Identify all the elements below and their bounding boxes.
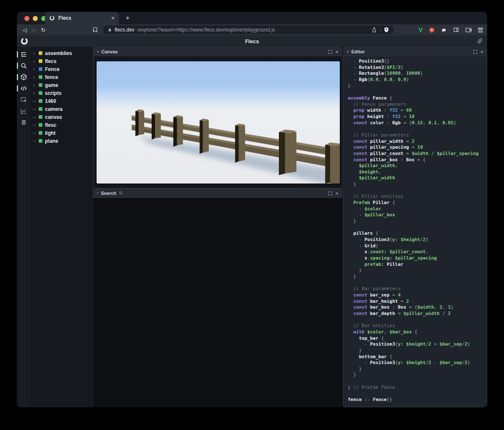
new-tab-button[interactable]: +: [123, 13, 133, 23]
expand-chevron-icon[interactable]: ›: [33, 58, 39, 64]
code-line: - Rgb{0.9, 0.9, 0.9}: [348, 77, 487, 83]
editor-panel-body[interactable]: - Position3{} - Rotation3{$PI/2} - Recta…: [343, 56, 487, 407]
minimize-window-button[interactable]: [33, 16, 38, 21]
scene-cube-icon[interactable]: [17, 71, 30, 83]
tree-item-label: scripts: [45, 90, 61, 96]
back-icon[interactable]: ◁: [20, 27, 29, 33]
code-line: [348, 225, 487, 231]
tree-item-label: game: [45, 82, 58, 88]
extensions-puzzle-icon[interactable]: [441, 27, 447, 33]
expand-chevron-icon[interactable]: –: [33, 138, 39, 144]
tree-item[interactable]: › flecs: [30, 57, 93, 65]
tree-item[interactable]: › Fence: [30, 65, 93, 73]
entity-kind-square-icon: [39, 115, 42, 119]
search-icon[interactable]: [17, 60, 30, 71]
code-line: Prefab Pillar {: [348, 200, 487, 206]
bookmark-icon[interactable]: [92, 27, 98, 33]
code-line: const pillar_count = $width / $pillar_sp…: [348, 151, 487, 157]
close-panel-icon[interactable]: ×: [335, 191, 339, 196]
tree-item-label: plane: [45, 138, 58, 144]
entity-kind-square-icon: [39, 107, 42, 111]
wallet-icon[interactable]: [465, 27, 472, 33]
tab-strip: Flecs × +: [17, 12, 487, 24]
brave-shield-icon[interactable]: [384, 27, 389, 33]
red-hexagon-extension-icon[interactable]: [429, 27, 435, 33]
expand-chevron-icon[interactable]: ›: [33, 82, 39, 88]
entity-kind-square-icon: [39, 131, 42, 135]
panel-title: Search: [101, 191, 116, 196]
fullscreen-icon[interactable]: [473, 50, 478, 54]
expand-chevron-icon[interactable]: ›: [33, 50, 39, 56]
vue-devtools-icon[interactable]: V: [419, 26, 423, 33]
code-line: }: [348, 267, 487, 274]
code-line: - Rectangle{10000, 10000}: [348, 71, 487, 77]
tree-item[interactable]: › assemblies: [30, 49, 93, 57]
expand-chevron-icon[interactable]: –: [33, 106, 39, 112]
code-line: [348, 378, 487, 385]
code-line: $height,: [348, 169, 487, 176]
fullscreen-icon[interactable]: [328, 191, 333, 196]
code-icon[interactable]: [17, 83, 30, 94]
tree-item[interactable]: – camera: [30, 105, 93, 113]
expand-chevron-icon[interactable]: –: [33, 122, 39, 128]
inspector-icon[interactable]: [17, 94, 30, 105]
close-window-button[interactable]: [24, 16, 29, 21]
expand-chevron-icon[interactable]: –: [33, 130, 39, 136]
tab-title: Flecs: [58, 15, 108, 21]
url-domain: flecs.dev: [115, 27, 134, 33]
collapse-chevron-icon[interactable]: ▾: [97, 50, 99, 54]
expand-chevron-icon[interactable]: ›: [33, 90, 39, 96]
entity-kind-square-icon: [39, 91, 42, 95]
tree-item-label: assemblies: [45, 50, 72, 56]
fullscreen-icon[interactable]: [328, 50, 333, 54]
link-icon[interactable]: [477, 38, 483, 44]
forward-icon[interactable]: ▷: [29, 27, 39, 33]
collapse-chevron-icon[interactable]: ▾: [347, 50, 349, 54]
code-line: [348, 89, 487, 95]
browser-tab[interactable]: Flecs ×: [45, 12, 119, 24]
3d-viewport[interactable]: [97, 61, 340, 184]
tab-close-icon[interactable]: ×: [111, 15, 115, 21]
code-line: [348, 280, 487, 286]
tree-item[interactable]: – 1460: [30, 97, 93, 105]
page-title: Flecs: [17, 38, 487, 45]
tree-item-label: flecs: [45, 58, 56, 64]
close-panel-icon[interactable]: ×: [480, 49, 483, 55]
tree-item[interactable]: › game: [30, 81, 93, 89]
search-panel-header[interactable]: • Search ×: [93, 189, 342, 198]
expand-chevron-icon[interactable]: –: [33, 98, 39, 104]
tree-item[interactable]: – flesc: [30, 121, 93, 129]
collapse-dot-icon[interactable]: •: [97, 191, 98, 195]
search-glyph-icon: [119, 191, 123, 195]
tree-item[interactable]: – light: [30, 129, 93, 137]
share-icon[interactable]: [372, 27, 377, 33]
tree-item-label: camera: [45, 106, 63, 112]
code-line: const pillar_spacing = 10: [348, 144, 487, 151]
code-line: }: [348, 274, 487, 280]
entity-kind-square-icon: [39, 75, 42, 79]
canvas-panel-header[interactable]: ▾ Canvas ×: [93, 47, 342, 56]
expand-chevron-icon[interactable]: ›: [33, 74, 39, 80]
expand-chevron-icon[interactable]: ›: [33, 66, 39, 72]
editor-panel-header[interactable]: ▾ Editor ×: [343, 47, 487, 56]
stats-chart-icon[interactable]: [17, 105, 30, 117]
browser-window: Flecs × + ◁ ▷ ↻ flecs.dev /explorer/?was…: [17, 12, 487, 407]
screenshot: Flecs × + ◁ ▷ ↻ flecs.dev /explorer/?was…: [0, 0, 504, 430]
code-line: // Fence parameters: [348, 102, 487, 108]
app-header: Flecs: [17, 35, 487, 47]
code-line: const bar_depth = $pillar_width / 2: [348, 311, 487, 317]
url-bar[interactable]: flecs.dev /explorer/?wasm=https://www.fl…: [103, 26, 393, 34]
rows-icon[interactable]: [17, 117, 30, 128]
tree-item[interactable]: – canvas: [30, 113, 93, 121]
expand-chevron-icon[interactable]: –: [33, 114, 39, 120]
tree-item[interactable]: › fence: [30, 73, 93, 81]
entity-tree-icon[interactable]: [17, 49, 30, 60]
code-editor[interactable]: - Position3{} - Rotation3{$PI/2} - Recta…: [344, 56, 487, 403]
sidebar-icon[interactable]: [453, 27, 459, 33]
tree-item[interactable]: › scripts: [30, 89, 93, 97]
reload-icon[interactable]: ↻: [39, 27, 48, 33]
tree-item[interactable]: – plane: [30, 137, 93, 145]
close-panel-icon[interactable]: ×: [335, 49, 339, 55]
entity-kind-square-icon: [39, 139, 42, 143]
menu-icon[interactable]: [478, 28, 483, 32]
